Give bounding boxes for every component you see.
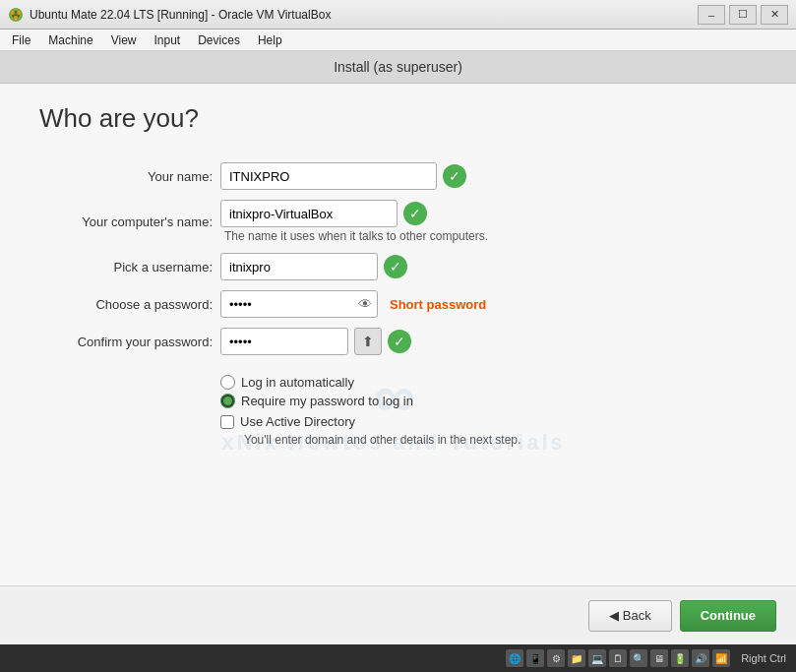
password-login-label: Require my password to log in [241,394,413,408]
computer-name-hint: The name it uses when it talks to other … [220,229,753,243]
maximize-button[interactable]: ☐ [729,5,757,25]
password-label: Choose a password: [39,285,216,323]
username-label: Pick a username: [39,248,216,285]
vm-icon [8,7,24,23]
password-input-cell: 👁 Short password [220,290,753,318]
taskbar-icon-3[interactable]: ⚙ [547,649,565,667]
active-directory-checkbox[interactable] [220,415,234,429]
menu-file[interactable]: File [4,31,38,49]
login-options-row: Log in automatically Require my password… [39,360,757,452]
active-directory-label: Use Active Directory [240,414,355,429]
title-bar: Ubuntu Mate 22.04 LTS [Running] - Oracle… [0,0,796,30]
password-login-row: Require my password to log in [220,394,753,408]
vm-content: Install (as superuser) ∞ xNix Howtos and… [0,51,796,644]
menu-devices[interactable]: Devices [190,31,248,49]
your-name-check: ✓ [443,164,466,188]
confirm-password-check: ✓ [388,330,411,353]
auto-login-radio[interactable] [220,375,235,390]
confirm-password-label: Confirm your password: [39,323,216,360]
login-options: Log in automatically Require my password… [220,365,753,447]
computer-name-row: Your computer's name: ✓ The name it uses… [39,195,757,248]
password-login-radio[interactable] [220,394,235,408]
taskbar-icon-2[interactable]: 📱 [526,649,544,667]
continue-button[interactable]: Continue [680,600,776,632]
computer-name-label: Your computer's name: [39,195,216,248]
active-directory-row: Use Active Directory [220,414,753,429]
eye-icon[interactable]: 👁 [358,296,372,312]
close-button[interactable]: ✕ [761,5,788,25]
password-input[interactable] [220,290,378,318]
upload-icon-button[interactable]: ⬆ [354,328,382,355]
taskbar-icon-11[interactable]: 📶 [712,649,730,667]
computer-name-input[interactable] [220,200,398,227]
username-row: Pick a username: ✓ [39,248,757,285]
minimize-button[interactable]: – [698,5,725,25]
menu-help[interactable]: Help [250,31,290,49]
vm-window: Ubuntu Mate 22.04 LTS [Running] - Oracle… [0,0,796,672]
password-row: Choose a password: 👁 Short password [39,285,757,323]
auto-login-label: Log in automatically [241,375,354,390]
computer-name-check: ✓ [403,202,427,225]
your-name-row: Your name: ✓ [39,157,757,195]
right-ctrl-label: Right Ctrl [737,652,790,664]
taskbar-icon-6[interactable]: 🗒 [609,649,627,667]
confirm-password-input[interactable] [220,328,348,355]
install-header: Install (as superuser) [0,51,796,84]
form-table: Your name: ✓ Your computer's name: [39,157,757,452]
your-name-input[interactable] [220,162,437,190]
confirm-password-input-cell: ⬆ ✓ [220,328,753,355]
svg-point-2 [11,11,15,15]
title-bar-left: Ubuntu Mate 22.04 LTS [Running] - Oracle… [8,7,331,23]
your-name-input-cell: ✓ [220,162,753,190]
confirm-password-wrapper [220,328,348,355]
back-button[interactable]: ◀ Back [588,600,672,632]
auto-login-row: Log in automatically [220,375,753,390]
taskbar-icon-8[interactable]: 🖥 [650,649,668,667]
username-input-cell: ✓ [220,253,753,280]
menu-bar: File Machine View Input Devices Help [0,30,796,51]
confirm-password-row: Confirm your password: ⬆ ✓ [39,323,757,360]
svg-point-3 [17,11,21,15]
taskbar: 🌐 📱 ⚙ 📁 💻 🗒 🔍 🖥 🔋 🔊 📶 Right Ctrl [0,644,796,672]
your-name-label: Your name: [39,157,216,195]
content-area: ∞ xNix Howtos and Tutorials Who are you?… [0,84,796,585]
taskbar-icon-4[interactable]: 📁 [568,649,585,667]
taskbar-icon-5[interactable]: 💻 [588,649,606,667]
page-title: Who are you? [39,103,757,134]
svg-point-4 [14,16,18,20]
menu-input[interactable]: Input [147,31,189,49]
active-directory-hint: You'll enter domain and other details in… [240,433,753,447]
taskbar-icon-9[interactable]: 🔋 [671,649,689,667]
computer-name-input-cell: ✓ [220,200,753,227]
password-error: Short password [390,297,486,312]
password-wrapper: 👁 [220,290,378,318]
taskbar-icon-10[interactable]: 🔊 [692,649,709,667]
menu-machine[interactable]: Machine [40,31,100,49]
title-bar-title: Ubuntu Mate 22.04 LTS [Running] - Oracle… [30,8,331,22]
title-bar-controls: – ☐ ✕ [698,5,788,25]
username-input[interactable] [220,253,378,280]
menu-view[interactable]: View [103,31,145,49]
taskbar-icon-7[interactable]: 🔍 [630,649,647,667]
username-check: ✓ [384,255,407,278]
taskbar-icon-1[interactable]: 🌐 [506,649,523,667]
nav-footer: ◀ Back Continue [0,585,796,644]
